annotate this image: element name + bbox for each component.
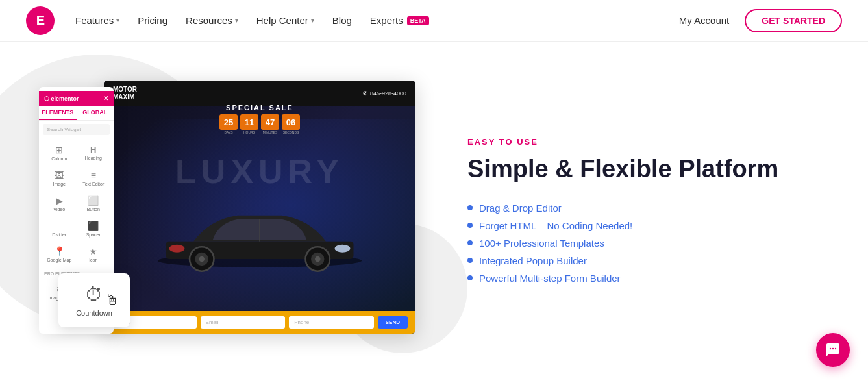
- nav-blog[interactable]: Blog: [332, 15, 352, 26]
- form-email-input[interactable]: Email: [201, 316, 286, 329]
- bullet-dot: [467, 223, 473, 228]
- bullet-dot: [467, 258, 473, 263]
- widget-grid: ⊞ Column H Heading 🖼 Image ≡ Text Editor: [39, 138, 114, 269]
- chevron-down-icon: ▾: [311, 17, 314, 24]
- form-phone-input[interactable]: Phone: [289, 316, 374, 329]
- sidebar-close-icon: ✕: [103, 95, 108, 102]
- bullet-dot: [467, 205, 473, 210]
- hero-title: Simple & Flexible Platform: [467, 155, 829, 184]
- chat-icon: [825, 342, 841, 358]
- widget-google-map[interactable]: 📍 Google Map: [43, 242, 76, 266]
- svg-point-5: [199, 256, 205, 262]
- editor-canvas: MOTORMAXIM ✆ 845-928-4000 SPECIAL SALE 2…: [104, 81, 415, 334]
- count-minutes: 47 MINUTES: [261, 114, 279, 134]
- cursor-icon: 🖱: [105, 292, 119, 309]
- svg-point-8: [315, 256, 321, 262]
- floating-widget-label: Countdown: [76, 309, 112, 317]
- button-icon: ⬜: [88, 195, 99, 206]
- widget-button[interactable]: ⬜ Button: [77, 192, 110, 216]
- widget-video[interactable]: ▶ Video: [43, 192, 76, 216]
- nav-experts[interactable]: Experts BETA: [370, 15, 429, 26]
- nav-help-center[interactable]: Help Center ▾: [256, 15, 314, 26]
- count-days: 25 DAYS: [219, 114, 238, 134]
- svg-point-11: [830, 348, 831, 349]
- widget-column[interactable]: ⊞ Column: [43, 141, 76, 165]
- widget-spacer[interactable]: ⬛ Spacer: [77, 217, 110, 241]
- feature-item-2: Forget HTML – No Coding Needed!: [467, 220, 829, 231]
- beta-badge: BETA: [407, 16, 429, 25]
- my-account-link[interactable]: My Account: [679, 15, 730, 26]
- form-send-button[interactable]: SEND: [378, 316, 408, 329]
- widget-divider[interactable]: — Divider: [43, 217, 76, 241]
- feature-item-3: 100+ Professional Templates: [467, 238, 829, 249]
- sidebar-logo: ⬡ elementor: [44, 95, 79, 102]
- countdown-row: 25 DAYS 11 HOURS 47 MINUTES 06: [219, 114, 300, 134]
- canvas-brand-logo: MOTORMAXIM: [113, 86, 137, 101]
- svg-point-13: [835, 348, 836, 349]
- count-hours: 11 HOURS: [240, 114, 258, 134]
- widget-image[interactable]: 🖼 Image: [43, 166, 76, 190]
- sidebar-tabs: ELEMENTS GLOBAL: [39, 106, 114, 121]
- chevron-down-icon: ▾: [235, 17, 238, 24]
- canvas-phone: ✆ 845-928-4000: [363, 90, 406, 97]
- nav-links: Features ▾ Pricing Resources ▾ Help Cent…: [75, 15, 429, 26]
- column-icon: ⊞: [55, 145, 63, 155]
- navbar: E Features ▾ Pricing Resources ▾ Help Ce…: [0, 0, 868, 42]
- count-seconds: 06 SECONDS: [282, 114, 300, 134]
- feature-item-1: Drag & Drop Editor: [467, 203, 829, 214]
- tab-elements[interactable]: ELEMENTS: [39, 106, 77, 120]
- canvas-form: Name Email Phone SEND: [104, 311, 415, 334]
- image-icon: 🖼: [55, 170, 64, 180]
- hero-right: EASY TO USE Simple & Flexible Platform D…: [428, 137, 829, 284]
- spacer-icon: ⬛: [88, 221, 99, 231]
- chevron-down-icon: ▾: [116, 17, 119, 24]
- feature-list: Drag & Drop Editor Forget HTML – No Codi…: [467, 203, 829, 284]
- get-started-button[interactable]: GET STARTED: [745, 9, 842, 32]
- logo[interactable]: E: [26, 6, 55, 35]
- car-illustration: [149, 184, 370, 282]
- divider-icon: —: [55, 221, 64, 231]
- special-sale-text: SPECIAL SALE: [226, 104, 293, 112]
- nav-right: My Account GET STARTED: [679, 9, 842, 32]
- nav-resources[interactable]: Resources ▾: [186, 15, 238, 26]
- hero-left: ⬡ elementor ✕ ELEMENTS GLOBAL Search Wid…: [39, 81, 428, 340]
- svg-point-9: [335, 245, 351, 253]
- svg-point-10: [169, 245, 185, 253]
- canvas-inner: MOTORMAXIM ✆ 845-928-4000 SPECIAL SALE 2…: [104, 81, 415, 334]
- svg-point-12: [832, 348, 834, 349]
- tab-global[interactable]: GLOBAL: [77, 106, 114, 120]
- bullet-dot: [467, 275, 473, 280]
- logo-text: E: [36, 13, 44, 28]
- floating-countdown-widget: ⏱ 🖱 Countdown: [58, 273, 130, 327]
- sidebar-header: ⬡ elementor ✕: [39, 91, 114, 106]
- widget-search[interactable]: Search Widget: [43, 124, 110, 135]
- nav-pricing[interactable]: Pricing: [138, 15, 167, 26]
- widget-heading[interactable]: H Heading: [77, 141, 110, 165]
- hero-section: ⬡ elementor ✕ ELEMENTS GLOBAL Search Wid…: [0, 42, 868, 379]
- widget-icon[interactable]: ★ Icon: [77, 242, 110, 266]
- nav-features[interactable]: Features ▾: [75, 15, 119, 26]
- canvas-topbar: MOTORMAXIM ✆ 845-928-4000: [104, 81, 415, 106]
- map-icon: 📍: [54, 246, 65, 256]
- widget-text-editor[interactable]: ≡ Text Editor: [77, 166, 110, 190]
- feature-item-5: Powerful Multi-step Form Builder: [467, 273, 829, 284]
- feature-item-4: Integrated Popup Builder: [467, 255, 829, 266]
- editor-mockup: ⬡ elementor ✕ ELEMENTS GLOBAL Search Wid…: [39, 81, 428, 340]
- easy-label: EASY TO USE: [467, 137, 829, 147]
- text-editor-icon: ≡: [91, 170, 96, 180]
- icon-icon: ★: [89, 246, 97, 256]
- video-icon: ▶: [56, 195, 63, 206]
- heading-icon: H: [90, 145, 96, 155]
- countdown-widget-icon: ⏱: [85, 284, 103, 305]
- bullet-dot: [467, 240, 473, 245]
- chat-bubble-button[interactable]: [816, 333, 850, 367]
